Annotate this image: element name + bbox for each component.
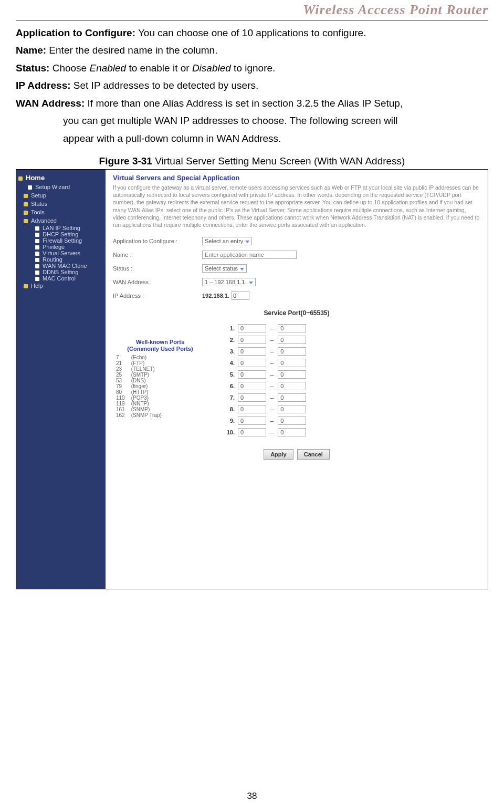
wk-row: 119(NNTP) — [113, 401, 165, 407]
port-index: 5. — [223, 371, 235, 378]
nav-advanced[interactable]: Advanced — [18, 216, 103, 225]
wk-row: 23(TELNET) — [113, 366, 165, 372]
wk-row: 53(DNS) — [113, 378, 165, 383]
wk-name: (SNMP) — [128, 407, 165, 412]
port-to-input[interactable] — [278, 382, 306, 390]
port-index: 2. — [223, 337, 235, 343]
nav-mac-control[interactable]: MAC Control — [18, 275, 103, 282]
port-from-input[interactable] — [238, 393, 266, 402]
port-to-input[interactable] — [278, 405, 306, 413]
nav-privilege[interactable]: Privilege — [18, 244, 103, 250]
dash: – — [269, 360, 275, 366]
well-known-ports: Well-known Ports (Commonly Used Ports) 7… — [113, 339, 207, 418]
page-icon — [28, 185, 32, 190]
nav-ddns[interactable]: DDNS Setting — [18, 269, 103, 275]
folder-icon — [24, 211, 28, 215]
wan-select[interactable]: 1 – 192.168.1.1. — [202, 278, 256, 286]
port-from-input[interactable] — [238, 336, 266, 344]
folder-icon — [24, 284, 28, 288]
port-to-input[interactable] — [278, 324, 306, 332]
port-row: 7.– — [223, 393, 480, 402]
port-from-input[interactable] — [238, 370, 266, 379]
nav-dhcp[interactable]: DHCP Setting — [18, 231, 103, 237]
port-index: 6. — [223, 383, 235, 389]
page-icon — [35, 270, 39, 275]
port-from-input[interactable] — [238, 428, 266, 436]
folder-icon — [24, 219, 28, 223]
nav-label: LAN IP Setting — [43, 225, 80, 231]
port-row: 4.– — [223, 359, 480, 367]
port-from-input[interactable] — [238, 382, 266, 390]
port-index: 8. — [223, 406, 235, 412]
ip-last-octet-input[interactable] — [232, 292, 249, 300]
name-input[interactable] — [202, 251, 297, 259]
folder-icon — [24, 194, 28, 198]
wk-port: 53 — [113, 378, 128, 383]
app-select[interactable]: Select an entry — [202, 237, 252, 245]
port-to-input[interactable] — [278, 359, 306, 367]
screenshot-figure: Home Setup Wizard Setup Status Tools Adv… — [16, 169, 488, 589]
port-row: 1.– — [223, 324, 480, 332]
nav-label: Tools — [31, 209, 45, 215]
port-to-input[interactable] — [278, 428, 306, 436]
status-label: Status: — [16, 63, 49, 74]
port-to-input[interactable] — [278, 370, 306, 379]
nav-virtual-servers[interactable]: Virtual Servers — [18, 250, 103, 256]
app-select-value: Select an entry — [205, 238, 243, 244]
folder-icon — [18, 176, 23, 181]
figure-caption: Figure 3-31 Virtual Server Setting Menu … — [16, 155, 488, 167]
nav-help[interactable]: Help — [18, 282, 103, 290]
nav-tools[interactable]: Tools — [18, 208, 103, 216]
nav-home[interactable]: Home — [18, 173, 103, 183]
port-index: 4. — [223, 360, 235, 366]
port-row: 2.– — [223, 336, 480, 344]
nav-firewall[interactable]: Firewall Setting — [18, 237, 103, 244]
nav-lan-ip[interactable]: LAN IP Setting — [18, 225, 103, 231]
nav-setup-wizard[interactable]: Setup Wizard — [18, 183, 103, 191]
dash: – — [269, 325, 275, 331]
port-from-input[interactable] — [238, 324, 266, 332]
nav-label: Firewall Setting — [43, 237, 82, 244]
dash: – — [269, 371, 275, 378]
wk-port: 110 — [113, 395, 128, 401]
nav-wan-mac-clone[interactable]: WAN MAC Clone — [18, 263, 103, 269]
dash: – — [269, 394, 275, 401]
wk-row: 161(SNMP) — [113, 407, 165, 412]
nav-status[interactable]: Status — [18, 200, 103, 208]
field-app-label: Application to Configure : — [113, 238, 202, 244]
wk-row: 21(FTP) — [113, 360, 165, 366]
page-icon — [35, 245, 39, 249]
port-row: 9.– — [223, 417, 480, 425]
port-to-input[interactable] — [278, 393, 306, 402]
wk-table: 7(Echo)21(FTP)23(TELNET)25(SMTP)53(DNS)7… — [113, 355, 165, 418]
port-index: 1. — [223, 325, 235, 331]
port-to-input[interactable] — [278, 347, 306, 356]
wk-name: (SNMP Trap) — [128, 412, 165, 418]
wk-name: (FTP) — [128, 360, 165, 366]
cancel-button[interactable]: Cancel — [297, 449, 330, 460]
page-icon — [35, 264, 39, 268]
status-select[interactable]: Select status — [202, 264, 247, 273]
field-wan-label: WAN Address : — [113, 279, 202, 285]
wk-name: (NNTP) — [128, 401, 165, 407]
nav-setup[interactable]: Setup — [18, 191, 103, 200]
port-from-input[interactable] — [238, 359, 266, 367]
wk-port: 23 — [113, 366, 128, 372]
dash: – — [269, 348, 275, 355]
port-from-input[interactable] — [238, 405, 266, 413]
body-text: Application to Configure: You can choose… — [16, 25, 488, 146]
port-from-input[interactable] — [238, 347, 266, 356]
wan-text-a: If more than one Alias Address is set in… — [85, 98, 403, 109]
nav-label: DDNS Setting — [43, 269, 78, 275]
port-row: 8.– — [223, 405, 480, 413]
wk-name: (DNS) — [128, 378, 165, 383]
wk-title2: (Commonly Used Ports) — [113, 346, 207, 352]
nav-routing[interactable]: Routing — [18, 256, 103, 263]
port-to-input[interactable] — [278, 417, 306, 425]
port-to-input[interactable] — [278, 336, 306, 344]
nav-label: Advanced — [31, 217, 57, 224]
port-from-input[interactable] — [238, 417, 266, 425]
field-status-label: Status : — [113, 265, 202, 272]
nav-label: MAC Control — [43, 275, 76, 282]
apply-button[interactable]: Apply — [264, 449, 293, 460]
